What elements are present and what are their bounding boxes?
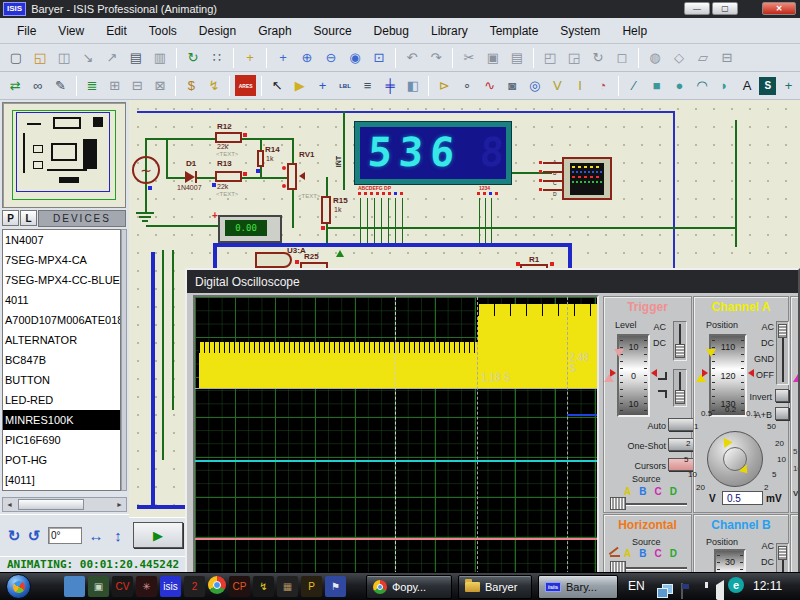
play-button[interactable]: ▶ <box>133 522 183 548</box>
device-list[interactable]: 1N40077SEG-MPX4-CA7SEG-MPX4-CC-BLUE4011A… <box>2 229 121 491</box>
oscilloscope-titlebar[interactable]: Digital Oscilloscope <box>187 270 798 293</box>
scroll-right-icon[interactable]: ► <box>113 498 126 511</box>
resistor-r15[interactable] <box>321 196 331 224</box>
current-probe-icon[interactable]: I <box>570 75 591 96</box>
oscilloscope-screen[interactable]: 1.18 S 2.48 S <box>193 295 599 600</box>
close-button[interactable]: ✕ <box>762 2 796 15</box>
label-u3a[interactable]: U3:A <box>287 246 306 255</box>
netlist-to-ares-icon[interactable]: ARES <box>235 75 256 96</box>
graph-mode-icon[interactable]: ∿ <box>479 75 500 96</box>
label-r15[interactable]: R15 <box>333 196 348 205</box>
channel-c-adjust-arrows[interactable] <box>793 357 800 375</box>
packaging-tool-icon[interactable]: ▱ <box>692 47 714 68</box>
invert-button[interactable] <box>775 389 789 402</box>
label-r14-value[interactable]: 1k <box>266 155 273 162</box>
block-move-icon[interactable]: ◲ <box>563 47 585 68</box>
terminal-mode-icon[interactable]: ⊳ <box>434 75 455 96</box>
flash-magic-icon[interactable]: ⚑ <box>325 576 346 597</box>
mirror-horizontal-icon[interactable]: ↔ <box>88 527 104 544</box>
zoom-all-icon[interactable]: ◉ <box>344 47 366 68</box>
new-design-icon[interactable]: ▢ <box>5 47 27 68</box>
source-b[interactable]: B <box>639 548 646 559</box>
label-r12-value[interactable]: 22k <box>217 143 228 150</box>
generator-mode-icon[interactable]: ◎ <box>524 75 545 96</box>
copy-icon[interactable]: ▣ <box>482 47 504 68</box>
label-r14[interactable]: R14 <box>265 145 280 154</box>
channel-a-position-slider[interactable]: 110120130 <box>709 334 747 417</box>
seven-segment-display[interactable]: 536 8 <box>355 122 511 184</box>
menu-edit[interactable]: Edit <box>95 21 138 41</box>
marker-2d-icon[interactable]: + <box>778 75 799 96</box>
source-d[interactable]: D <box>670 548 677 559</box>
device-4011[interactable]: 4011 <box>3 290 120 310</box>
menu-graph[interactable]: Graph <box>247 21 302 41</box>
cut-icon[interactable]: ✂ <box>458 47 480 68</box>
taskbar-task-forum[interactable]: Фору... <box>366 575 452 599</box>
print-icon[interactable]: ▤ <box>125 47 147 68</box>
circle-2d-icon[interactable]: ● <box>669 75 690 96</box>
device-pic16f690[interactable]: PIC16F690 <box>3 430 120 450</box>
label-r13-value[interactable]: 22k <box>217 183 228 190</box>
virtual-instruments-icon[interactable]: ◔ <box>592 75 613 96</box>
rotation-angle-field[interactable]: 0° <box>48 527 82 544</box>
bill-of-materials-icon[interactable]: $ <box>181 75 202 96</box>
bus-mode-icon[interactable]: ╪ <box>380 75 401 96</box>
cvavr-programmer-icon[interactable]: CP <box>229 576 250 597</box>
pickit2-icon[interactable]: 2 <box>184 576 205 597</box>
menu-file[interactable]: File <box>6 21 47 41</box>
device-7seg-mpx4-cc-blue[interactable]: 7SEG-MPX4-CC-BLUE <box>3 270 120 290</box>
oscilloscope-window[interactable]: Digital Oscilloscope 1.18 S 2.48 S Trigg… <box>185 268 800 600</box>
box-2d-icon[interactable]: ■ <box>646 75 667 96</box>
remove-sheet-icon[interactable]: ⊟ <box>127 75 148 96</box>
decompose-icon[interactable]: ⊟ <box>716 47 738 68</box>
arc-2d-icon[interactable]: ◠ <box>692 75 713 96</box>
taskbar-task-isis-active[interactable]: isis Bary... <box>538 575 618 599</box>
menu-tools[interactable]: Tools <box>138 21 188 41</box>
refresh-display-icon[interactable]: ↻ <box>182 47 204 68</box>
source-b[interactable]: B <box>639 486 646 497</box>
language-indicator[interactable]: EN <box>628 579 645 593</box>
isis-launcher-icon[interactable]: isis <box>160 576 181 597</box>
label-d1-value[interactable]: 1N4007 <box>177 184 202 191</box>
source-c[interactable]: C <box>654 486 661 497</box>
undo-icon[interactable]: ↶ <box>401 47 423 68</box>
taskbar-task-baryer-folder[interactable]: Baryer <box>458 575 532 599</box>
rotate-anticlockwise-icon[interactable]: ↺ <box>26 527 42 545</box>
channel-a-gain-value[interactable]: 0.5 <box>722 491 763 505</box>
subcircuit-icon[interactable]: ◧ <box>403 75 424 96</box>
component-mode-icon[interactable]: ▶ <box>290 75 311 96</box>
device-pot-hg[interactable]: POT-HG <box>3 450 120 470</box>
zoom-out-icon[interactable]: ⊖ <box>320 47 342 68</box>
pan-icon[interactable]: + <box>272 47 294 68</box>
trigger-adjust-arrows[interactable] <box>604 357 614 375</box>
label-r13[interactable]: R13 <box>217 159 232 168</box>
label-r15-value[interactable]: 1k <box>334 206 341 213</box>
design-explorer-icon[interactable]: ≣ <box>82 75 103 96</box>
menu-source[interactable]: Source <box>303 21 363 41</box>
source-c[interactable]: C <box>654 548 661 559</box>
titlebar[interactable]: ISIS Baryer - ISIS Professional (Animati… <box>0 0 800 18</box>
show-desktop-icon[interactable] <box>64 576 85 597</box>
save-design-icon[interactable]: ◫ <box>53 47 75 68</box>
import-section-icon[interactable]: ↘ <box>77 47 99 68</box>
device-pin-icon[interactable]: ∘ <box>457 75 478 96</box>
device-list-vscrollbar[interactable] <box>121 229 127 491</box>
label-r12[interactable]: R12 <box>217 122 232 131</box>
tape-recorder-icon[interactable]: ◙ <box>502 75 523 96</box>
text-script-icon[interactable]: ≡ <box>357 75 378 96</box>
label-rv1[interactable]: RV1 <box>299 150 314 159</box>
device-4011-bracket[interactable]: [4011] <box>3 470 120 490</box>
ac-source[interactable]: ∼ <box>132 156 160 184</box>
schematic-overview-preview[interactable] <box>2 102 126 208</box>
device-alternator[interactable]: ALTERNATOR <box>3 330 120 350</box>
trigger-coupling-switch[interactable] <box>673 321 687 361</box>
toggle-grid-icon[interactable]: ∷ <box>206 47 228 68</box>
selection-mode-icon[interactable]: ↖ <box>267 75 288 96</box>
antivirus-icon[interactable]: e <box>728 577 744 593</box>
path-2d-icon[interactable]: ◗ <box>714 75 735 96</box>
device-button[interactable]: BUTTON <box>3 370 120 390</box>
line-2d-icon[interactable]: ∕ <box>624 75 645 96</box>
pick-parts-button[interactable]: P <box>2 210 19 226</box>
device-list-hscrollbar[interactable]: ◄ ► <box>2 497 127 512</box>
device-7seg-mpx4-ca[interactable]: 7SEG-MPX4-CA <box>3 250 120 270</box>
